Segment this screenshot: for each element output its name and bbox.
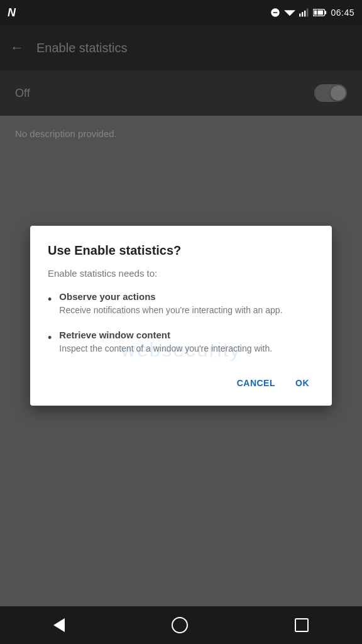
svg-rect-3 — [304, 11, 305, 17]
signal-icon — [299, 8, 309, 17]
dialog-subtitle: Enable statistics needs to: — [48, 268, 314, 279]
svg-rect-2 — [302, 12, 303, 16]
battery-icon — [313, 8, 327, 17]
dialog-item-desc-1: Receive notifications when you're intera… — [59, 304, 282, 317]
svg-rect-6 — [325, 11, 327, 14]
svg-rect-1 — [299, 14, 300, 17]
dialog-actions: CANCEL OK — [48, 368, 314, 393]
dialog-item-title-2: Retrieve window content — [59, 330, 272, 340]
dialog-title: Use Enable statistics? — [48, 243, 314, 258]
svg-rect-4 — [307, 9, 308, 17]
bullet-2: • — [48, 330, 52, 346]
cancel-button[interactable]: CANCEL — [232, 373, 280, 393]
do-not-disturb-icon — [270, 8, 280, 18]
svg-marker-0 — [284, 10, 295, 16]
dialog-item-2: • Retrieve window content Inspect the co… — [48, 330, 314, 355]
dialog-item-desc-2: Inspect the content of a window you're i… — [59, 343, 272, 355]
dialog: Use Enable statistics? Enable statistics… — [30, 226, 332, 405]
nav-bar — [0, 606, 362, 644]
ok-button[interactable]: OK — [290, 373, 314, 393]
recents-nav-icon[interactable] — [295, 618, 309, 632]
n-logo-icon: N — [8, 6, 16, 19]
dialog-item-content-1: Observe your actions Receive notificatio… — [59, 291, 282, 317]
dialog-item-content-2: Retrieve window content Inspect the cont… — [59, 330, 272, 355]
back-nav-icon[interactable] — [53, 618, 65, 632]
status-bar: N 06:45 — [0, 0, 362, 25]
home-nav-icon[interactable] — [172, 617, 188, 633]
wifi-icon — [284, 8, 295, 17]
bullet-1: • — [48, 292, 52, 308]
svg-rect-7 — [314, 11, 323, 15]
dialog-item-title-1: Observe your actions — [59, 291, 282, 302]
dialog-item-1: • Observe your actions Receive notificat… — [48, 291, 314, 317]
dialog-overlay: Use Enable statistics? Enable statistics… — [0, 25, 362, 606]
status-bar-right: 06:45 — [270, 8, 354, 18]
status-time: 06:45 — [331, 8, 354, 18]
status-bar-left: N — [8, 6, 16, 19]
